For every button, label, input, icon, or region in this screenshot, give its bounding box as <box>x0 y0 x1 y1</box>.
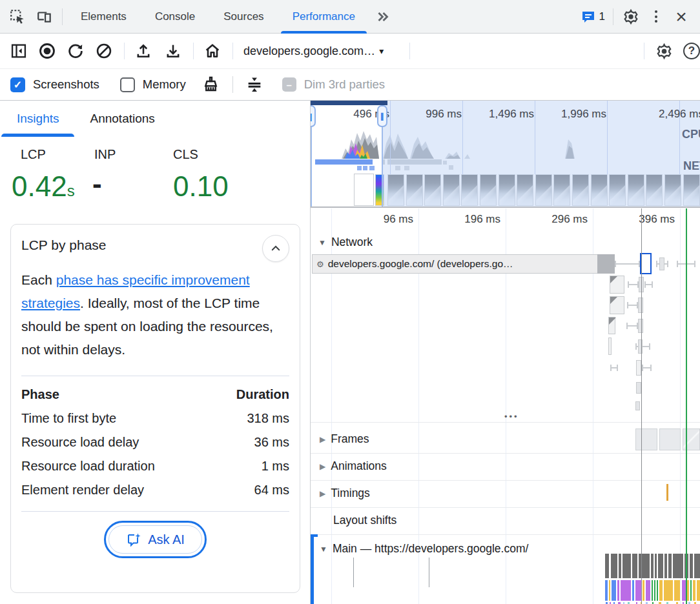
divider <box>409 43 410 59</box>
close-icon[interactable]: × <box>672 7 691 26</box>
upload-profile-icon[interactable] <box>132 40 154 62</box>
network-request-bar[interactable]: ⚙ developers.google.com/ (developers.go… <box>312 254 599 274</box>
dim-3rd-parties-label: Dim 3rd parties <box>304 77 385 92</box>
devtools-tab-bar: Elements Console Sources Performance 1 <box>0 0 700 34</box>
garbage-collect-icon[interactable] <box>200 74 222 96</box>
screenshots-checkbox[interactable]: ✓ <box>10 77 25 92</box>
sidebar-tabs: Insights Annotations <box>0 101 310 137</box>
overview-tick: 996 ms <box>397 108 462 121</box>
collapse-sections-icon[interactable] <box>243 74 265 96</box>
left-resize-handle[interactable]: | <box>311 105 316 127</box>
chevron-down-icon: ▾ <box>379 46 384 56</box>
settings-gear-icon[interactable] <box>621 7 641 26</box>
overview-tick: 2,496 ms <box>659 108 700 121</box>
triangle-right-icon: ▶ <box>320 489 325 498</box>
download-profile-icon[interactable] <box>162 40 184 62</box>
history-dropdown[interactable]: developers.google.com… ▾ <box>243 45 384 58</box>
triangle-right-icon: ▶ <box>320 435 325 444</box>
memory-label: Memory <box>143 77 186 92</box>
issues-counter[interactable]: 1 <box>581 9 605 25</box>
overview-tick: 1,996 ms <box>542 108 606 121</box>
frames-section-header[interactable]: ▶ Frames <box>320 432 369 446</box>
devtools-window: Elements Console Sources Performance 1 <box>0 0 700 604</box>
memory-checkbox[interactable] <box>120 77 135 92</box>
gridline <box>680 208 681 604</box>
divider <box>62 8 63 25</box>
table-row: Element render delay 64 ms <box>21 478 289 502</box>
help-icon[interactable]: ? <box>683 43 700 59</box>
ask-ai-focus-ring: Ask AI <box>104 521 207 558</box>
card-title: LCP by phase <box>21 237 107 253</box>
insights-sidebar: Insights Annotations LCP INP CLS 0.42s -… <box>0 101 311 604</box>
timeline-tick: 196 ms <box>438 213 500 226</box>
inp-value[interactable]: - <box>92 168 102 200</box>
main-section-header[interactable]: ▼ Main — https://developers.google.com/ <box>320 542 528 556</box>
cls-label: CLS <box>173 147 198 162</box>
cls-value[interactable]: 0.10 <box>173 170 229 203</box>
tab-performance[interactable]: Performance <box>278 0 369 34</box>
timeline-tick: 296 ms <box>526 213 588 226</box>
screenshots-label: Screenshots <box>33 77 99 92</box>
phase-col-header: Phase <box>21 383 213 407</box>
lcp-marker-line <box>686 208 687 604</box>
active-tab-underline <box>281 31 367 34</box>
home-icon[interactable] <box>201 40 223 62</box>
cpu-lane-label: CPU <box>682 128 700 141</box>
timings-section-header[interactable]: ▶ Timings <box>320 487 370 500</box>
tab-elements[interactable]: Elements <box>67 0 141 34</box>
metrics-strip: LCP INP CLS 0.42s - 0.10 <box>0 137 310 221</box>
card-divider <box>21 376 289 376</box>
triangle-down-icon: ▼ <box>318 238 326 247</box>
table-row: Resource load duration 1 ms <box>21 454 289 478</box>
tab-annotations[interactable]: Annotations <box>74 101 170 137</box>
right-resize-handle[interactable]: ∥ <box>377 105 387 127</box>
record-icon[interactable] <box>36 40 58 62</box>
card-divider <box>21 511 289 512</box>
toggle-sidebar-icon[interactable] <box>8 40 30 62</box>
timeline-tick: 396 ms <box>613 213 675 226</box>
net-lane-label: NET <box>683 159 700 173</box>
device-toolbar-icon[interactable] <box>35 7 54 26</box>
tab-insights[interactable]: Insights <box>1 101 74 137</box>
frame-block[interactable] <box>659 428 681 450</box>
filmstrip-blank-screenshot[interactable] <box>354 174 374 206</box>
minimap-window-thumb[interactable] <box>311 101 387 105</box>
triangle-right-icon: ▶ <box>320 462 325 471</box>
message-icon <box>581 9 596 25</box>
main-track-highlight-notch <box>311 534 318 537</box>
timing-marker[interactable] <box>666 484 668 501</box>
divider <box>644 43 644 59</box>
ask-ai-button[interactable]: Ask AI <box>108 525 202 554</box>
more-tabs-icon[interactable] <box>372 6 394 28</box>
clear-icon[interactable] <box>93 40 115 62</box>
inspect-icon[interactable] <box>8 7 27 26</box>
inp-label: INP <box>94 147 116 162</box>
lcp-phase-card: LCP by phase Each phase has specific imp… <box>10 224 300 593</box>
network-overflow-dots[interactable]: ••• <box>504 412 519 421</box>
request-bar-cap <box>597 254 615 274</box>
tab-console[interactable]: Console <box>141 0 209 34</box>
timeline-panel[interactable]: 96 ms 196 ms 296 ms 396 ms ▼ Network ⚙ d… <box>311 208 700 604</box>
layout-shifts-section-header[interactable]: Layout shifts <box>333 514 396 527</box>
duration-col-header: Duration <box>213 383 289 407</box>
card-description: Each phase has specific improvement stra… <box>21 268 281 361</box>
lcp-label: LCP <box>21 147 46 162</box>
network-section-header[interactable]: ▼ Network <box>318 236 373 249</box>
ai-chat-icon <box>126 532 141 547</box>
tab-sources[interactable]: Sources <box>209 0 278 34</box>
lcp-value[interactable]: 0.42s <box>12 170 75 203</box>
panel-settings-gear-icon[interactable] <box>654 41 674 61</box>
reload-record-icon[interactable] <box>65 40 87 62</box>
playhead-line[interactable] <box>641 208 642 604</box>
main-track-highlight-bar <box>311 534 314 604</box>
frame-block[interactable] <box>635 428 657 450</box>
dim-3rd-parties-checkbox[interactable]: – <box>282 77 296 92</box>
task-separator <box>429 558 429 587</box>
animations-section-header[interactable]: ▶ Animations <box>320 459 387 473</box>
timeline-tick: 96 ms <box>351 213 413 226</box>
divider <box>232 43 233 59</box>
collapse-card-button[interactable] <box>262 235 289 262</box>
request-gear-icon: ⚙ <box>316 259 324 269</box>
kebab-menu-icon[interactable] <box>648 7 664 26</box>
capture-options-bar: ✓ Screenshots Memory – Dim 3rd parties <box>0 69 700 101</box>
